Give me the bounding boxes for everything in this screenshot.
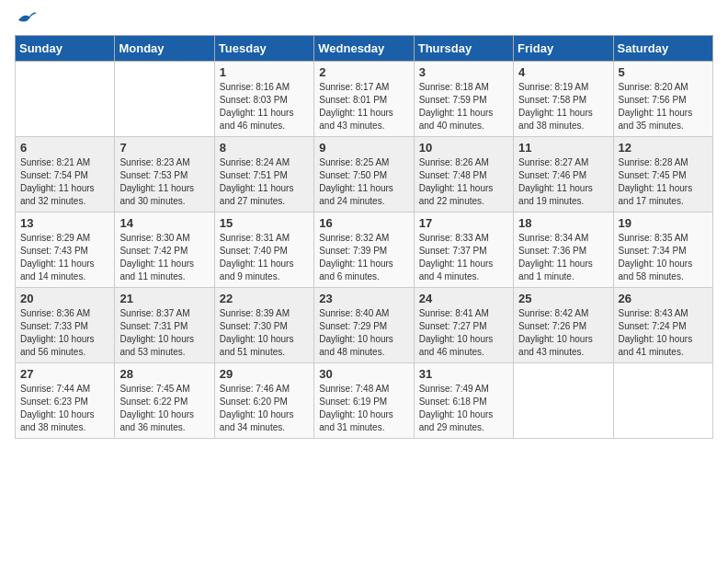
day-number: 13 (20, 216, 109, 230)
day-info: Sunrise: 8:30 AM Sunset: 7:42 PM Dayligh… (119, 232, 209, 283)
calendar-cell: 3Sunrise: 8:18 AM Sunset: 7:59 PM Daylig… (414, 62, 513, 137)
calendar-cell: 8Sunrise: 8:24 AM Sunset: 7:51 PM Daylig… (214, 137, 313, 213)
day-info: Sunrise: 8:25 AM Sunset: 7:50 PM Dayligh… (319, 156, 408, 208)
weekday-header-sunday: Sunday (16, 36, 115, 62)
day-number: 27 (20, 367, 109, 381)
calendar-cell (613, 363, 712, 439)
weekday-header-wednesday: Wednesday (314, 36, 414, 62)
day-info: Sunrise: 8:42 AM Sunset: 7:26 PM Dayligh… (518, 307, 608, 359)
day-number: 4 (518, 65, 608, 79)
calendar-cell: 10Sunrise: 8:26 AM Sunset: 7:48 PM Dayli… (414, 137, 513, 213)
day-info: Sunrise: 8:37 AM Sunset: 7:31 PM Dayligh… (119, 307, 209, 359)
day-number: 11 (518, 141, 608, 155)
day-info: Sunrise: 8:39 AM Sunset: 7:30 PM Dayligh… (220, 307, 309, 359)
day-info: Sunrise: 7:49 AM Sunset: 6:18 PM Dayligh… (419, 383, 508, 434)
day-number: 20 (20, 292, 109, 305)
day-info: Sunrise: 8:20 AM Sunset: 7:56 PM Dayligh… (619, 81, 708, 132)
calendar-cell: 12Sunrise: 8:28 AM Sunset: 7:45 PM Dayli… (613, 137, 712, 213)
weekday-header-row: SundayMondayTuesdayWednesdayThursdayFrid… (16, 36, 713, 62)
day-number: 10 (419, 141, 508, 155)
day-number: 24 (419, 292, 508, 305)
day-info: Sunrise: 8:34 AM Sunset: 7:36 PM Dayligh… (518, 232, 608, 283)
day-number: 15 (220, 216, 309, 230)
day-number: 22 (220, 292, 309, 305)
day-info: Sunrise: 8:23 AM Sunset: 7:53 PM Dayligh… (119, 156, 209, 208)
day-info: Sunrise: 8:41 AM Sunset: 7:27 PM Dayligh… (419, 307, 508, 359)
calendar-cell: 1Sunrise: 8:16 AM Sunset: 8:03 PM Daylig… (214, 62, 313, 137)
calendar-cell: 11Sunrise: 8:27 AM Sunset: 7:46 PM Dayli… (514, 137, 613, 213)
calendar-cell (16, 62, 115, 137)
day-number: 18 (518, 216, 608, 230)
calendar-cell: 14Sunrise: 8:30 AM Sunset: 7:42 PM Dayli… (115, 213, 214, 288)
day-info: Sunrise: 8:33 AM Sunset: 7:37 PM Dayligh… (419, 232, 508, 283)
day-info: Sunrise: 8:17 AM Sunset: 8:01 PM Dayligh… (319, 81, 408, 132)
calendar-week-row: 1Sunrise: 8:16 AM Sunset: 8:03 PM Daylig… (16, 62, 713, 137)
day-number: 26 (619, 292, 708, 305)
weekday-header-friday: Friday (514, 36, 613, 62)
day-number: 17 (419, 216, 508, 230)
day-number: 1 (220, 65, 309, 79)
day-info: Sunrise: 8:19 AM Sunset: 7:58 PM Dayligh… (518, 81, 608, 132)
calendar-cell (115, 62, 214, 137)
calendar-cell: 30Sunrise: 7:48 AM Sunset: 6:19 PM Dayli… (314, 363, 414, 439)
calendar-cell: 23Sunrise: 8:40 AM Sunset: 7:29 PM Dayli… (314, 288, 414, 363)
day-info: Sunrise: 8:31 AM Sunset: 7:40 PM Dayligh… (220, 232, 309, 283)
day-info: Sunrise: 8:21 AM Sunset: 7:54 PM Dayligh… (20, 156, 109, 208)
day-info: Sunrise: 8:16 AM Sunset: 8:03 PM Dayligh… (220, 81, 309, 132)
day-number: 8 (220, 141, 309, 155)
calendar-table: SundayMondayTuesdayWednesdayThursdayFrid… (15, 35, 713, 439)
day-info: Sunrise: 7:44 AM Sunset: 6:23 PM Dayligh… (20, 383, 109, 434)
calendar-cell: 2Sunrise: 8:17 AM Sunset: 8:01 PM Daylig… (314, 62, 414, 137)
day-number: 31 (419, 367, 508, 381)
calendar-cell: 13Sunrise: 8:29 AM Sunset: 7:43 PM Dayli… (16, 213, 115, 288)
calendar-cell: 26Sunrise: 8:43 AM Sunset: 7:24 PM Dayli… (613, 288, 712, 363)
day-number: 5 (619, 65, 708, 79)
calendar-week-row: 13Sunrise: 8:29 AM Sunset: 7:43 PM Dayli… (16, 213, 713, 288)
calendar-week-row: 6Sunrise: 8:21 AM Sunset: 7:54 PM Daylig… (16, 137, 713, 213)
calendar-cell: 28Sunrise: 7:45 AM Sunset: 6:22 PM Dayli… (115, 363, 214, 439)
day-info: Sunrise: 8:24 AM Sunset: 7:51 PM Dayligh… (220, 156, 309, 208)
day-number: 19 (619, 216, 708, 230)
calendar-cell: 16Sunrise: 8:32 AM Sunset: 7:39 PM Dayli… (314, 213, 414, 288)
weekday-header-saturday: Saturday (613, 36, 712, 62)
day-number: 21 (119, 292, 209, 305)
day-number: 7 (119, 141, 209, 155)
day-number: 12 (619, 141, 708, 155)
day-info: Sunrise: 8:35 AM Sunset: 7:34 PM Dayligh… (619, 232, 708, 283)
day-number: 23 (319, 292, 408, 305)
calendar-cell: 7Sunrise: 8:23 AM Sunset: 7:53 PM Daylig… (115, 137, 214, 213)
day-info: Sunrise: 8:43 AM Sunset: 7:24 PM Dayligh… (619, 307, 708, 359)
day-info: Sunrise: 7:46 AM Sunset: 6:20 PM Dayligh… (220, 383, 309, 434)
day-info: Sunrise: 8:28 AM Sunset: 7:45 PM Dayligh… (619, 156, 708, 208)
day-number: 30 (319, 367, 408, 381)
calendar-cell: 5Sunrise: 8:20 AM Sunset: 7:56 PM Daylig… (613, 62, 712, 137)
logo (15, 15, 37, 28)
day-info: Sunrise: 8:27 AM Sunset: 7:46 PM Dayligh… (518, 156, 608, 208)
day-info: Sunrise: 8:18 AM Sunset: 7:59 PM Dayligh… (419, 81, 508, 132)
calendar-cell: 9Sunrise: 8:25 AM Sunset: 7:50 PM Daylig… (314, 137, 414, 213)
day-info: Sunrise: 8:29 AM Sunset: 7:43 PM Dayligh… (20, 232, 109, 283)
page-header (15, 15, 713, 28)
calendar-cell: 15Sunrise: 8:31 AM Sunset: 7:40 PM Dayli… (214, 213, 313, 288)
calendar-cell: 25Sunrise: 8:42 AM Sunset: 7:26 PM Dayli… (514, 288, 613, 363)
day-info: Sunrise: 7:45 AM Sunset: 6:22 PM Dayligh… (119, 383, 209, 434)
calendar-cell: 20Sunrise: 8:36 AM Sunset: 7:33 PM Dayli… (16, 288, 115, 363)
day-number: 9 (319, 141, 408, 155)
day-number: 2 (319, 65, 408, 79)
calendar-cell: 27Sunrise: 7:44 AM Sunset: 6:23 PM Dayli… (16, 363, 115, 439)
weekday-header-tuesday: Tuesday (214, 36, 313, 62)
day-number: 6 (20, 141, 109, 155)
calendar-cell: 18Sunrise: 8:34 AM Sunset: 7:36 PM Dayli… (514, 213, 613, 288)
day-info: Sunrise: 8:26 AM Sunset: 7:48 PM Dayligh… (419, 156, 508, 208)
day-info: Sunrise: 8:40 AM Sunset: 7:29 PM Dayligh… (319, 307, 408, 359)
calendar-cell: 19Sunrise: 8:35 AM Sunset: 7:34 PM Dayli… (613, 213, 712, 288)
calendar-cell (514, 363, 613, 439)
calendar-cell: 31Sunrise: 7:49 AM Sunset: 6:18 PM Dayli… (414, 363, 513, 439)
day-number: 29 (220, 367, 309, 381)
day-number: 25 (518, 292, 608, 305)
calendar-cell: 4Sunrise: 8:19 AM Sunset: 7:58 PM Daylig… (514, 62, 613, 137)
day-number: 14 (119, 216, 209, 230)
logo-bird-icon (17, 11, 37, 28)
calendar-cell: 21Sunrise: 8:37 AM Sunset: 7:31 PM Dayli… (115, 288, 214, 363)
day-info: Sunrise: 8:32 AM Sunset: 7:39 PM Dayligh… (319, 232, 408, 283)
